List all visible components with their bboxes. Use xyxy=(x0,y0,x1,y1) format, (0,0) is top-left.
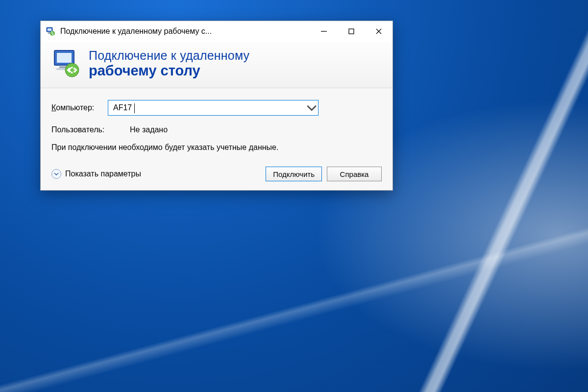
connect-label: Подключить xyxy=(273,170,315,178)
banner-line1: Подключение к удаленному xyxy=(89,49,249,63)
connect-button[interactable]: Подключить xyxy=(266,167,322,181)
svg-rect-5 xyxy=(349,29,354,34)
chevron-down-circle-icon xyxy=(51,169,61,179)
minimize-button[interactable] xyxy=(310,21,338,42)
rdp-window: Подключение к удаленному рабочему с... xyxy=(40,21,393,191)
banner: Подключение к удаленному рабочему столу xyxy=(41,42,392,88)
user-label: Пользователь: xyxy=(51,125,130,134)
user-value: Не задано xyxy=(130,125,168,134)
computer-combobox[interactable] xyxy=(108,100,318,116)
banner-line2: рабочему столу xyxy=(89,63,249,79)
app-icon xyxy=(46,26,55,36)
maximize-button[interactable] xyxy=(338,21,365,42)
banner-title: Подключение к удаленному рабочему столу xyxy=(89,49,249,79)
window-title: Подключение к удаленному рабочему с... xyxy=(60,27,310,36)
computer-input[interactable] xyxy=(108,100,305,115)
show-options-button[interactable]: Показать параметры xyxy=(51,169,141,179)
titlebar[interactable]: Подключение к удаленному рабочему с... xyxy=(41,21,392,42)
footer: Показать параметры Подключить Справка xyxy=(51,167,382,181)
text-cursor xyxy=(134,103,135,113)
svg-point-3 xyxy=(50,31,55,36)
chevron-down-icon[interactable] xyxy=(305,101,318,114)
user-row: Пользователь: Не задано xyxy=(51,125,382,134)
dialog-body: Компьютер: Пользователь: Не задано При п… xyxy=(41,88,392,190)
help-button[interactable]: Справка xyxy=(327,167,382,181)
window-controls xyxy=(310,21,392,42)
help-label: Справка xyxy=(340,170,369,178)
close-button[interactable] xyxy=(365,21,392,42)
computer-row: Компьютер: xyxy=(51,100,382,116)
computer-label: Компьютер: xyxy=(51,103,108,112)
svg-rect-9 xyxy=(57,53,72,63)
svg-rect-1 xyxy=(48,28,51,31)
credentials-info: При подключении необходимо будет указать… xyxy=(51,142,306,153)
rdp-icon xyxy=(51,49,82,79)
show-options-label: Показать параметры xyxy=(65,170,141,178)
